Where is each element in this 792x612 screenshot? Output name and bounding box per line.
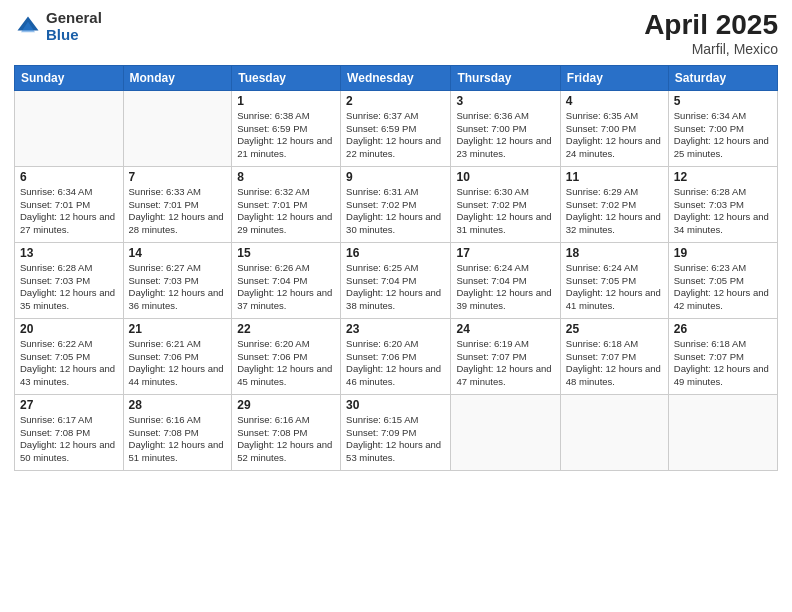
cell-3-7: 19Sunrise: 6:23 AM Sunset: 7:05 PM Dayli… bbox=[668, 242, 777, 318]
day-detail: Sunrise: 6:34 AM Sunset: 7:01 PM Dayligh… bbox=[20, 186, 118, 237]
cell-2-2: 7Sunrise: 6:33 AM Sunset: 7:01 PM Daylig… bbox=[123, 166, 232, 242]
day-number: 2 bbox=[346, 94, 445, 108]
logo: General Blue bbox=[14, 10, 102, 43]
day-detail: Sunrise: 6:38 AM Sunset: 6:59 PM Dayligh… bbox=[237, 110, 335, 161]
day-number: 11 bbox=[566, 170, 663, 184]
header-friday: Friday bbox=[560, 65, 668, 90]
day-number: 1 bbox=[237, 94, 335, 108]
cell-5-5 bbox=[451, 394, 560, 470]
title-block: April 2025 Marfil, Mexico bbox=[644, 10, 778, 57]
day-detail: Sunrise: 6:36 AM Sunset: 7:00 PM Dayligh… bbox=[456, 110, 554, 161]
cell-4-1: 20Sunrise: 6:22 AM Sunset: 7:05 PM Dayli… bbox=[15, 318, 124, 394]
cell-4-7: 26Sunrise: 6:18 AM Sunset: 7:07 PM Dayli… bbox=[668, 318, 777, 394]
day-detail: Sunrise: 6:27 AM Sunset: 7:03 PM Dayligh… bbox=[129, 262, 227, 313]
cell-5-4: 30Sunrise: 6:15 AM Sunset: 7:09 PM Dayli… bbox=[341, 394, 451, 470]
cell-1-7: 5Sunrise: 6:34 AM Sunset: 7:00 PM Daylig… bbox=[668, 90, 777, 166]
day-number: 19 bbox=[674, 246, 772, 260]
title-month: April 2025 bbox=[644, 10, 778, 41]
day-detail: Sunrise: 6:17 AM Sunset: 7:08 PM Dayligh… bbox=[20, 414, 118, 465]
day-number: 25 bbox=[566, 322, 663, 336]
day-detail: Sunrise: 6:19 AM Sunset: 7:07 PM Dayligh… bbox=[456, 338, 554, 389]
day-detail: Sunrise: 6:30 AM Sunset: 7:02 PM Dayligh… bbox=[456, 186, 554, 237]
day-number: 6 bbox=[20, 170, 118, 184]
day-number: 5 bbox=[674, 94, 772, 108]
day-detail: Sunrise: 6:37 AM Sunset: 6:59 PM Dayligh… bbox=[346, 110, 445, 161]
day-detail: Sunrise: 6:32 AM Sunset: 7:01 PM Dayligh… bbox=[237, 186, 335, 237]
cell-1-6: 4Sunrise: 6:35 AM Sunset: 7:00 PM Daylig… bbox=[560, 90, 668, 166]
day-detail: Sunrise: 6:20 AM Sunset: 7:06 PM Dayligh… bbox=[346, 338, 445, 389]
day-number: 30 bbox=[346, 398, 445, 412]
header-tuesday: Tuesday bbox=[232, 65, 341, 90]
cell-3-2: 14Sunrise: 6:27 AM Sunset: 7:03 PM Dayli… bbox=[123, 242, 232, 318]
page: General Blue April 2025 Marfil, Mexico S… bbox=[0, 0, 792, 612]
day-number: 15 bbox=[237, 246, 335, 260]
cell-2-7: 12Sunrise: 6:28 AM Sunset: 7:03 PM Dayli… bbox=[668, 166, 777, 242]
cell-4-3: 22Sunrise: 6:20 AM Sunset: 7:06 PM Dayli… bbox=[232, 318, 341, 394]
cell-5-2: 28Sunrise: 6:16 AM Sunset: 7:08 PM Dayli… bbox=[123, 394, 232, 470]
logo-icon bbox=[14, 13, 42, 41]
cell-1-2 bbox=[123, 90, 232, 166]
week-row-2: 6Sunrise: 6:34 AM Sunset: 7:01 PM Daylig… bbox=[15, 166, 778, 242]
day-number: 17 bbox=[456, 246, 554, 260]
day-detail: Sunrise: 6:35 AM Sunset: 7:00 PM Dayligh… bbox=[566, 110, 663, 161]
day-number: 16 bbox=[346, 246, 445, 260]
day-detail: Sunrise: 6:21 AM Sunset: 7:06 PM Dayligh… bbox=[129, 338, 227, 389]
day-number: 21 bbox=[129, 322, 227, 336]
day-number: 18 bbox=[566, 246, 663, 260]
week-row-1: 1Sunrise: 6:38 AM Sunset: 6:59 PM Daylig… bbox=[15, 90, 778, 166]
header-wednesday: Wednesday bbox=[341, 65, 451, 90]
day-detail: Sunrise: 6:26 AM Sunset: 7:04 PM Dayligh… bbox=[237, 262, 335, 313]
day-number: 24 bbox=[456, 322, 554, 336]
day-detail: Sunrise: 6:23 AM Sunset: 7:05 PM Dayligh… bbox=[674, 262, 772, 313]
logo-general-text: General bbox=[46, 10, 102, 27]
week-row-3: 13Sunrise: 6:28 AM Sunset: 7:03 PM Dayli… bbox=[15, 242, 778, 318]
cell-3-5: 17Sunrise: 6:24 AM Sunset: 7:04 PM Dayli… bbox=[451, 242, 560, 318]
cell-4-4: 23Sunrise: 6:20 AM Sunset: 7:06 PM Dayli… bbox=[341, 318, 451, 394]
cell-3-1: 13Sunrise: 6:28 AM Sunset: 7:03 PM Dayli… bbox=[15, 242, 124, 318]
cell-4-5: 24Sunrise: 6:19 AM Sunset: 7:07 PM Dayli… bbox=[451, 318, 560, 394]
header: General Blue April 2025 Marfil, Mexico bbox=[14, 10, 778, 57]
header-sunday: Sunday bbox=[15, 65, 124, 90]
cell-1-3: 1Sunrise: 6:38 AM Sunset: 6:59 PM Daylig… bbox=[232, 90, 341, 166]
day-detail: Sunrise: 6:31 AM Sunset: 7:02 PM Dayligh… bbox=[346, 186, 445, 237]
cell-2-4: 9Sunrise: 6:31 AM Sunset: 7:02 PM Daylig… bbox=[341, 166, 451, 242]
day-detail: Sunrise: 6:34 AM Sunset: 7:00 PM Dayligh… bbox=[674, 110, 772, 161]
header-monday: Monday bbox=[123, 65, 232, 90]
day-number: 7 bbox=[129, 170, 227, 184]
calendar-table: Sunday Monday Tuesday Wednesday Thursday… bbox=[14, 65, 778, 471]
cell-2-1: 6Sunrise: 6:34 AM Sunset: 7:01 PM Daylig… bbox=[15, 166, 124, 242]
cell-4-2: 21Sunrise: 6:21 AM Sunset: 7:06 PM Dayli… bbox=[123, 318, 232, 394]
day-number: 28 bbox=[129, 398, 227, 412]
day-number: 29 bbox=[237, 398, 335, 412]
day-number: 23 bbox=[346, 322, 445, 336]
cell-3-3: 15Sunrise: 6:26 AM Sunset: 7:04 PM Dayli… bbox=[232, 242, 341, 318]
week-row-5: 27Sunrise: 6:17 AM Sunset: 7:08 PM Dayli… bbox=[15, 394, 778, 470]
day-number: 9 bbox=[346, 170, 445, 184]
week-row-4: 20Sunrise: 6:22 AM Sunset: 7:05 PM Dayli… bbox=[15, 318, 778, 394]
day-detail: Sunrise: 6:33 AM Sunset: 7:01 PM Dayligh… bbox=[129, 186, 227, 237]
day-detail: Sunrise: 6:16 AM Sunset: 7:08 PM Dayligh… bbox=[129, 414, 227, 465]
day-number: 22 bbox=[237, 322, 335, 336]
cell-1-4: 2Sunrise: 6:37 AM Sunset: 6:59 PM Daylig… bbox=[341, 90, 451, 166]
day-detail: Sunrise: 6:18 AM Sunset: 7:07 PM Dayligh… bbox=[566, 338, 663, 389]
cell-2-3: 8Sunrise: 6:32 AM Sunset: 7:01 PM Daylig… bbox=[232, 166, 341, 242]
day-number: 27 bbox=[20, 398, 118, 412]
day-number: 26 bbox=[674, 322, 772, 336]
header-thursday: Thursday bbox=[451, 65, 560, 90]
cell-4-6: 25Sunrise: 6:18 AM Sunset: 7:07 PM Dayli… bbox=[560, 318, 668, 394]
cell-1-1 bbox=[15, 90, 124, 166]
cell-5-3: 29Sunrise: 6:16 AM Sunset: 7:08 PM Dayli… bbox=[232, 394, 341, 470]
cell-2-6: 11Sunrise: 6:29 AM Sunset: 7:02 PM Dayli… bbox=[560, 166, 668, 242]
cell-5-1: 27Sunrise: 6:17 AM Sunset: 7:08 PM Dayli… bbox=[15, 394, 124, 470]
day-detail: Sunrise: 6:20 AM Sunset: 7:06 PM Dayligh… bbox=[237, 338, 335, 389]
day-number: 20 bbox=[20, 322, 118, 336]
cell-2-5: 10Sunrise: 6:30 AM Sunset: 7:02 PM Dayli… bbox=[451, 166, 560, 242]
day-number: 14 bbox=[129, 246, 227, 260]
day-number: 13 bbox=[20, 246, 118, 260]
title-location: Marfil, Mexico bbox=[644, 41, 778, 57]
day-detail: Sunrise: 6:28 AM Sunset: 7:03 PM Dayligh… bbox=[20, 262, 118, 313]
day-number: 12 bbox=[674, 170, 772, 184]
day-detail: Sunrise: 6:24 AM Sunset: 7:04 PM Dayligh… bbox=[456, 262, 554, 313]
cell-5-6 bbox=[560, 394, 668, 470]
cell-3-4: 16Sunrise: 6:25 AM Sunset: 7:04 PM Dayli… bbox=[341, 242, 451, 318]
